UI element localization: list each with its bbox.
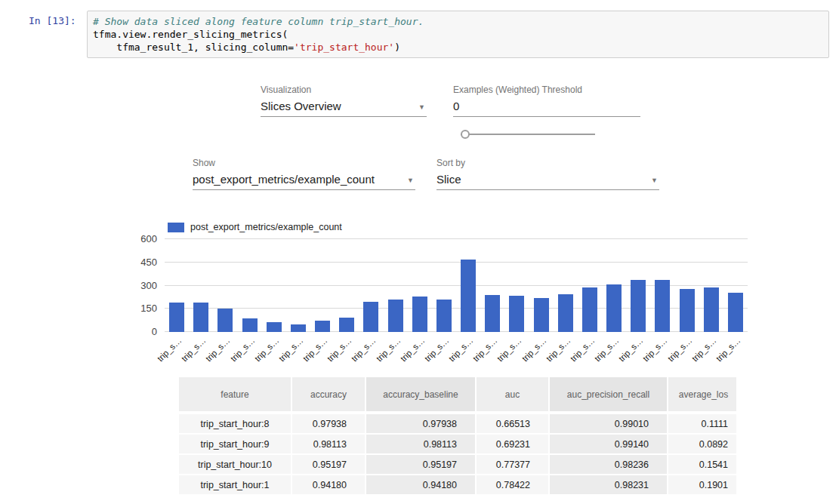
column-header-accuracy_baseline[interactable]: accuracy_baseline — [366, 377, 477, 414]
metric-cell: 0.99010 — [550, 414, 668, 435]
chart-bar — [558, 294, 573, 332]
y-axis-tick-label: 300 — [122, 280, 157, 291]
y-axis-tick-label: 0 — [122, 326, 157, 337]
column-header-feature[interactable]: feature — [179, 377, 292, 414]
bar-chart: 0150300450600trip_s…trip_s…trip_s…trip_s… — [165, 239, 748, 332]
chart-bar — [534, 298, 549, 333]
chart-bar — [606, 284, 622, 332]
chart-bar — [242, 318, 258, 332]
metrics-table: featureaccuracyaccuracy_baselineaucauc_p… — [179, 377, 736, 496]
legend-label: post_export_metrics/example_count — [190, 222, 342, 232]
metric-cell: 0.78422 — [477, 475, 550, 496]
column-header-auc_precision_recall[interactable]: auc_precision_recall — [550, 377, 668, 414]
chevron-down-icon: ▼ — [418, 103, 425, 111]
visualization-select[interactable]: Slices Overview ▼ — [261, 97, 427, 117]
sort-by-label: Sort by — [436, 158, 465, 168]
metric-cell: 0.97938 — [292, 414, 366, 435]
chevron-down-icon: ▼ — [651, 177, 658, 184]
metric-cell: 0.98231 — [550, 475, 668, 496]
table-header-row: featureaccuracyaccuracy_baselineaucauc_p… — [179, 377, 736, 414]
metric-cell: 0.0892 — [668, 435, 736, 455]
metric-cell: 0.94180 — [292, 475, 366, 496]
metric-cell: 0.1541 — [668, 455, 736, 475]
feature-cell: trip_start_hour:8 — [179, 414, 292, 435]
metric-cell: 0.99140 — [550, 435, 668, 455]
gridline — [165, 262, 748, 263]
notebook-cell: In [13]: # Show data sliced along featur… — [29, 11, 829, 58]
code-editor[interactable]: # Show data sliced along feature column … — [87, 11, 829, 58]
chart-bar — [728, 293, 743, 332]
show-value: post_export_metrics/example_count — [193, 173, 375, 186]
visualization-value: Slices Overview — [261, 100, 341, 112]
metric-cell: 0.77377 — [477, 455, 550, 475]
table-row: trip_start_hour:10.941800.941800.784220.… — [179, 475, 736, 496]
table-row: trip_start_hour:80.979380.979380.665130.… — [179, 414, 736, 435]
chart-bar — [680, 289, 695, 332]
threshold-value: 0 — [453, 100, 459, 112]
metric-cell: 0.66513 — [477, 414, 550, 435]
code-line: tfma.view.render_slicing_metrics( — [93, 29, 288, 40]
chart-bar — [509, 296, 524, 332]
metrics-table-container: featureaccuracyaccuracy_baselineaucauc_p… — [179, 377, 736, 504]
feature-cell: trip_start_hour:1 — [179, 475, 292, 496]
chart-bar — [193, 303, 208, 332]
metric-cell: 0.95197 — [292, 455, 366, 475]
metric-cell: 0.1111 — [668, 414, 736, 435]
table-row: trip_start_hour:90.981130.981130.692310.… — [179, 435, 736, 455]
legend-swatch-icon — [168, 223, 184, 232]
chart-bar — [631, 280, 646, 332]
chart-bar — [461, 260, 476, 332]
chart-bar — [485, 295, 500, 332]
chevron-down-icon: ▼ — [407, 177, 414, 184]
show-select[interactable]: post_export_metrics/example_count ▼ — [193, 170, 415, 190]
slider-track — [461, 134, 595, 135]
chart-bar — [363, 302, 378, 332]
chart-legend: post_export_metrics/example_count — [168, 222, 342, 232]
y-axis-tick-label: 600 — [122, 233, 157, 244]
column-header-auc[interactable]: auc — [477, 377, 550, 414]
show-label: Show — [193, 158, 215, 168]
feature-cell: trip_start_hour:10 — [179, 455, 292, 475]
metric-cell: 0.98113 — [366, 435, 477, 455]
metric-cell: 0.95197 — [366, 455, 477, 475]
input-prompt: In [13]: — [29, 11, 87, 26]
metric-cell: 0.98113 — [292, 435, 366, 455]
metric-cell: 0.97938 — [366, 414, 477, 435]
sort-by-value: Slice — [436, 173, 461, 186]
metric-cell: 0.69231 — [477, 435, 550, 455]
sort-by-select[interactable]: Slice ▼ — [436, 170, 659, 190]
table-row: trip_start_hour:100.951970.951970.773770… — [179, 455, 736, 475]
chart-bar — [655, 280, 670, 332]
column-header-average_los[interactable]: average_los — [668, 377, 736, 414]
slider-knob[interactable] — [461, 130, 470, 139]
feature-cell: trip_start_hour:9 — [179, 435, 292, 455]
visualization-label: Visualization — [261, 85, 311, 95]
code-comment: # Show data sliced along feature column … — [93, 16, 424, 27]
chart-bar — [412, 297, 427, 332]
chart-bar — [217, 309, 233, 332]
threshold-input[interactable]: 0 — [453, 97, 640, 117]
chart-bar — [436, 300, 452, 332]
chart-bar — [291, 324, 306, 332]
code-line: ) — [394, 41, 400, 53]
metric-cell: 0.94180 — [366, 475, 477, 496]
code-line: tfma_result_1, slicing_column= — [93, 41, 294, 53]
chart-bar — [267, 322, 282, 332]
chart-bar — [315, 321, 330, 332]
chart-bar — [169, 303, 184, 332]
code-content: # Show data sliced along feature column … — [93, 15, 823, 54]
chart-bar — [339, 318, 354, 332]
metric-cell: 0.1901 — [668, 475, 736, 496]
metric-cell: 0.98236 — [550, 455, 668, 475]
threshold-label: Examples (Weighted) Threshold — [453, 85, 582, 95]
column-header-accuracy[interactable]: accuracy — [292, 377, 366, 414]
chart-bar — [582, 287, 597, 332]
chart-bar — [704, 287, 719, 332]
y-axis-tick-label: 450 — [122, 257, 157, 268]
code-string: 'trip_start_hour' — [294, 41, 394, 53]
threshold-slider[interactable] — [461, 129, 595, 140]
chart-bar — [388, 300, 403, 332]
y-axis-tick-label: 150 — [122, 303, 157, 314]
gridline — [165, 238, 748, 239]
